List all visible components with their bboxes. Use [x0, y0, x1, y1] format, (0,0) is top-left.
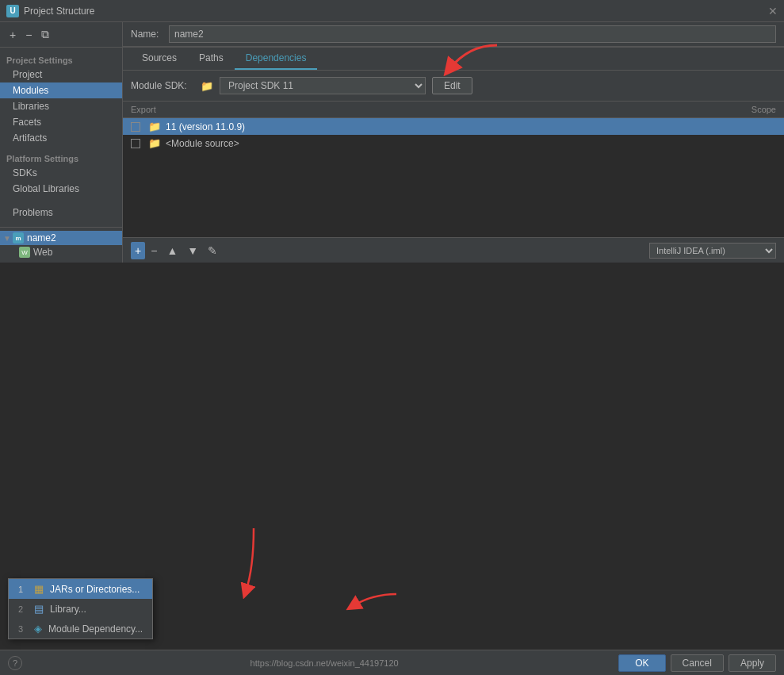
- sidebar: Project Settings Project Modules Librari…: [0, 48, 123, 263]
- dep-checkbox-jdk[interactable]: [131, 122, 140, 132]
- sidebar-item-sdks[interactable]: SDKs: [0, 165, 122, 181]
- ok-button[interactable]: OK: [618, 654, 665, 672]
- tab-sources[interactable]: Sources: [131, 48, 188, 70]
- folder-icon-module: 📁: [148, 137, 161, 149]
- title-bar-text: Project Structure: [24, 6, 94, 17]
- sidebar-item-artifacts[interactable]: Artifacts: [0, 130, 122, 146]
- sidebar-item-problems[interactable]: Problems: [0, 205, 122, 221]
- sidebar-item-global-libraries[interactable]: Global Libraries: [0, 181, 122, 197]
- dep-add-button[interactable]: +: [131, 242, 145, 259]
- dep-row-jdk[interactable]: 📁 11 (version 11.0.9): [123, 118, 784, 135]
- content-main: Project Settings Project Modules Librari…: [0, 48, 784, 263]
- dep-scope-header: Scope: [713, 105, 776, 114]
- sdk-icon: 📁: [201, 80, 213, 92]
- dep-checkbox-module[interactable]: [131, 139, 140, 148]
- sdk-label: Module SDK:: [131, 80, 194, 91]
- module-icon: m: [13, 232, 24, 244]
- tree-web-label: Web: [33, 247, 52, 258]
- dep-row-content-module: 📁 <Module source>: [131, 137, 713, 149]
- dep-row-content-jdk: 📁 11 (version 11.0.9): [131, 121, 713, 132]
- sdk-row: Module SDK: 📁 Project SDK 11 Edit: [123, 71, 784, 102]
- tree-root-label: name2: [27, 232, 56, 244]
- left-panel: Project Settings Project Modules Librari…: [0, 48, 123, 263]
- tree-toggle: ▼: [3, 234, 13, 243]
- copy-button[interactable]: ⧉: [38, 26, 52, 43]
- add-button[interactable]: +: [6, 27, 19, 43]
- dep-down-button[interactable]: ▼: [183, 242, 202, 259]
- dep-bottom-toolbar: + − ▲ ▼ ✎ IntelliJ IDEA (.iml): [123, 237, 784, 263]
- sidebar-item-libraries[interactable]: Libraries: [0, 98, 122, 114]
- tree-root-item[interactable]: ▼ m name2: [0, 231, 122, 245]
- edit-sdk-button[interactable]: Edit: [432, 77, 472, 94]
- cancel-button[interactable]: Cancel: [671, 654, 724, 672]
- app-icon: U: [6, 5, 19, 17]
- red-arrow-popup: [341, 586, 404, 618]
- project-settings-label: Project Settings: [0, 51, 122, 67]
- platform-settings-label: Platform Settings: [0, 146, 122, 165]
- url-text: https://blog.csdn.net/weixin_44197120: [250, 658, 399, 668]
- remove-button[interactable]: −: [22, 27, 35, 43]
- name-field-label: Name:: [131, 29, 163, 40]
- sdk-select[interactable]: Project SDK 11: [220, 77, 426, 94]
- name-input[interactable]: [169, 25, 776, 43]
- module-format-select[interactable]: IntelliJ IDEA (.iml): [649, 243, 776, 259]
- top-section: + − ⧉ Name:: [0, 22, 784, 48]
- tab-paths[interactable]: Paths: [188, 48, 235, 70]
- help-button[interactable]: ?: [8, 656, 22, 670]
- web-icon: W: [19, 247, 30, 258]
- dep-table: 📁 11 (version 11.0.9) 📁 <Module source>: [123, 118, 784, 237]
- folder-icon-jdk: 📁: [148, 121, 161, 132]
- right-panel: Sources Paths Dependencies Module SDK: 📁…: [123, 48, 784, 263]
- tab-dependencies[interactable]: Dependencies: [235, 48, 318, 70]
- dep-edit-button[interactable]: ✎: [204, 242, 221, 259]
- left-toolbar: + − ⧉: [0, 22, 123, 48]
- dep-up-button[interactable]: ▲: [163, 242, 182, 259]
- close-button[interactable]: ✕: [768, 5, 778, 17]
- sidebar-item-facets[interactable]: Facets: [0, 114, 122, 130]
- tree-web-item[interactable]: W Web: [0, 245, 122, 259]
- sidebar-item-project[interactable]: Project: [0, 67, 122, 82]
- dep-remove-button[interactable]: −: [147, 242, 161, 259]
- module-tree: ▼ m name2 W Web: [0, 227, 122, 263]
- dep-label-module: <Module source>: [166, 138, 239, 149]
- title-bar: U Project Structure ✕: [0, 0, 784, 22]
- dep-table-header: Export Scope: [123, 102, 784, 118]
- dep-label-jdk: 11 (version 11.0.9): [166, 121, 245, 132]
- dep-row-module-source[interactable]: 📁 <Module source>: [123, 135, 784, 151]
- sidebar-item-modules[interactable]: Modules: [0, 82, 122, 98]
- dep-export-header: Export: [131, 105, 713, 114]
- tabs-row: Sources Paths Dependencies: [123, 48, 784, 71]
- bottom-bar: ? https://blog.csdn.net/weixin_44197120 …: [0, 650, 784, 675]
- apply-button[interactable]: Apply: [729, 654, 776, 672]
- red-arrow-add: [214, 520, 277, 600]
